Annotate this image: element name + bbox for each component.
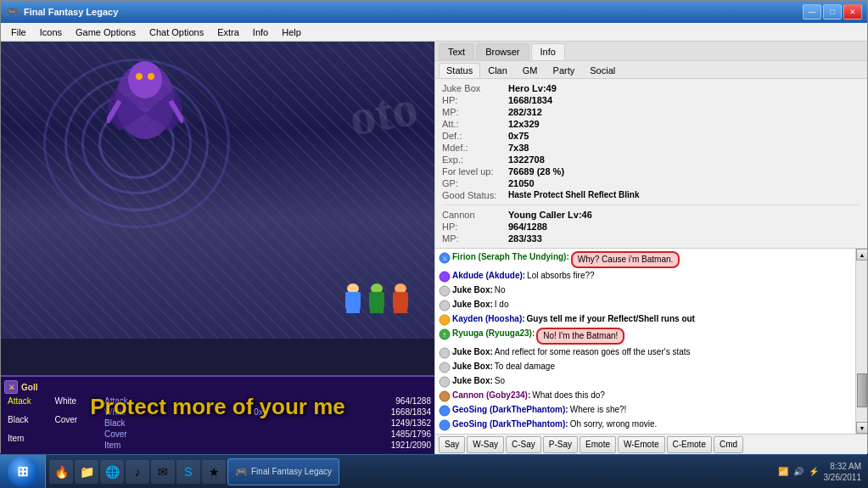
- status-content: Juke Box Hero Lv:49 HP: 1668/1834 MP: 28…: [435, 79, 867, 249]
- cannon-hp-label: HP:: [442, 222, 501, 232]
- chat-text-jukebox2: I do: [495, 299, 509, 311]
- chat-text-geosing2: Oh sorry, wrong movie.: [570, 418, 658, 430]
- chat-scrollbar[interactable]: ▲ ▼: [855, 249, 867, 434]
- chat-icon-firion: ⚔: [439, 252, 451, 264]
- mp-label: MP:: [442, 107, 501, 117]
- status-row-cannon-mp: MP: 283/333: [442, 233, 860, 244]
- clock-date: 3/26/2011: [824, 472, 862, 483]
- right-panel: Text Browser Info Status Clan GM Party S…: [434, 42, 867, 454]
- svg-point-17: [440, 391, 450, 401]
- say-button[interactable]: Say: [439, 436, 465, 453]
- chat-line: Kayden (Hoosha): Guys tell me if your Re…: [439, 312, 852, 327]
- emote-button[interactable]: Emote: [580, 436, 616, 453]
- menu-item-file[interactable]: File: [4, 25, 33, 39]
- wsay-button[interactable]: W-Say: [467, 436, 504, 453]
- taskbar-icon-star[interactable]: ★: [202, 460, 226, 484]
- menu-item-icons[interactable]: Icons: [33, 25, 69, 39]
- menu-item-info[interactable]: Info: [246, 25, 275, 39]
- svg-point-9: [440, 286, 450, 296]
- chat-icon-akdude: [439, 271, 451, 283]
- goodstatus-label: Good Status:: [442, 190, 501, 200]
- svg-point-3: [148, 73, 154, 80]
- status-row-mp: MP: 282/312: [442, 106, 860, 118]
- wemote-button[interactable]: W-Emote: [618, 436, 665, 453]
- chat-icon-jukebox5: [439, 376, 451, 388]
- menu-item-game-options[interactable]: Game Options: [69, 25, 143, 39]
- status-row-exp: Exp.: 1322708: [442, 154, 860, 165]
- menu-item-chat-options[interactable]: Chat Options: [143, 25, 210, 39]
- party-sprites: [344, 279, 409, 313]
- taskbar-icon-firefox[interactable]: 🔥: [49, 460, 73, 484]
- chat-icon-ryuuga: †: [439, 328, 451, 340]
- tab-gm[interactable]: GM: [515, 63, 546, 78]
- chat-name-akdude: Akdude (Akdude):: [452, 270, 525, 282]
- scroll-up-button[interactable]: ▲: [856, 249, 867, 261]
- tab-status[interactable]: Status: [439, 63, 480, 78]
- window-controls: — □ ✕: [803, 4, 862, 20]
- tab-clan[interactable]: Clan: [480, 63, 515, 78]
- start-orb[interactable]: ⊞: [8, 457, 38, 487]
- taskbar-active-fflegacy[interactable]: 🎮 Final Fantasy Legacy: [227, 458, 339, 485]
- tab-text[interactable]: Text: [439, 43, 474, 60]
- chat-line: GeoSing (DarkThePhantom): Oh sorry, wron…: [439, 418, 852, 432]
- svg-point-19: [440, 420, 450, 430]
- battle-opt-item[interactable]: Item: [4, 433, 51, 451]
- taskbar-icon-music[interactable]: ♪: [126, 460, 149, 484]
- tab-info[interactable]: Info: [531, 43, 565, 60]
- scroll-track[interactable]: [856, 261, 867, 422]
- chat-line: Juke Box: And reflect for some reason go…: [439, 345, 852, 360]
- svg-point-2: [136, 73, 143, 80]
- menu-item-extra[interactable]: Extra: [210, 25, 246, 39]
- status-row-cannon: Cannon Young Caller Lv:46: [442, 209, 860, 221]
- chat-name-geosing2: GeoSing (DarkThePhantom):: [452, 418, 568, 430]
- cmd-button[interactable]: Cmd: [714, 436, 743, 453]
- chat-icon-jukebox1: [439, 285, 451, 297]
- chat-icon-jukebox4: [439, 362, 451, 373]
- window-title: Final Fantasy Legacy: [24, 7, 798, 17]
- mdef-label: Mdef.:: [442, 143, 501, 153]
- hp-value: 1668/1834: [508, 95, 552, 105]
- chat-area: ⚔ Firion (Seraph The Undying): Why? Caus…: [435, 249, 855, 434]
- taskbar-items: 🔥 📁 🌐 ♪ ✉ S ★ 🎮 Final Fantasy Legacy: [46, 458, 771, 485]
- status-row-goodstatus: Good Status: Haste Protect Shell Reflect…: [442, 189, 860, 201]
- cannon-mp-value: 283/333: [508, 233, 542, 244]
- char-icon: ⚔: [4, 380, 18, 394]
- cemote-button[interactable]: C-Emote: [667, 436, 712, 453]
- tab-social[interactable]: Social: [582, 63, 623, 78]
- start-button[interactable]: ⊞: [0, 455, 46, 489]
- csay-button[interactable]: C-Say: [506, 436, 541, 453]
- tab-browser[interactable]: Browser: [476, 43, 529, 60]
- taskbar-icon-mail[interactable]: ✉: [151, 460, 175, 484]
- chat-icon-geosing1: [439, 405, 451, 417]
- maximize-button[interactable]: □: [823, 4, 842, 20]
- chat-name-firion1: Firion (Seraph The Undying):: [452, 251, 569, 263]
- battle-opt-attack[interactable]: Attack: [4, 395, 51, 413]
- svg-point-11: [440, 315, 450, 325]
- status-row-jukebox: Juke Box Hero Lv:49: [442, 82, 860, 94]
- tab-party[interactable]: Party: [546, 63, 583, 78]
- close-button[interactable]: ✕: [843, 4, 862, 20]
- panel-tabs-row1: Text Browser Info: [435, 42, 867, 61]
- game-area: oto: [1, 42, 434, 454]
- chat-line: ⚔ Firion (Seraph The Undying): Why? Caus…: [439, 250, 852, 269]
- exp-value: 1322708: [508, 154, 545, 165]
- chat-name-geosing1: GeoSing (DarkThePhantom):: [452, 404, 568, 416]
- hp-label: HP:: [442, 95, 501, 105]
- system-icon-power: ⚡: [809, 467, 819, 476]
- psay-button[interactable]: P-Say: [543, 436, 578, 453]
- clock-time: 8:32 AM: [824, 461, 862, 472]
- minimize-button[interactable]: —: [803, 4, 821, 20]
- cannon-sub: Young Caller Lv:46: [508, 210, 592, 220]
- boss-sprite: [103, 50, 188, 152]
- taskbar-icon-folder[interactable]: 📁: [75, 460, 98, 484]
- chat-text-jukebox5: So: [495, 375, 505, 387]
- svg-point-8: [440, 272, 450, 282]
- taskbar-icon-chrome[interactable]: 🌐: [100, 460, 124, 484]
- menu-item-help[interactable]: Help: [275, 25, 308, 39]
- hp-row-cover: Cover 1485/1796: [104, 429, 431, 440]
- system-icon-network: 📶: [778, 467, 788, 476]
- scroll-thumb[interactable]: [857, 373, 867, 407]
- scroll-down-button[interactable]: ▼: [856, 422, 867, 434]
- battle-opt-black[interactable]: Black: [4, 414, 51, 432]
- taskbar-icon-skype[interactable]: S: [176, 460, 200, 484]
